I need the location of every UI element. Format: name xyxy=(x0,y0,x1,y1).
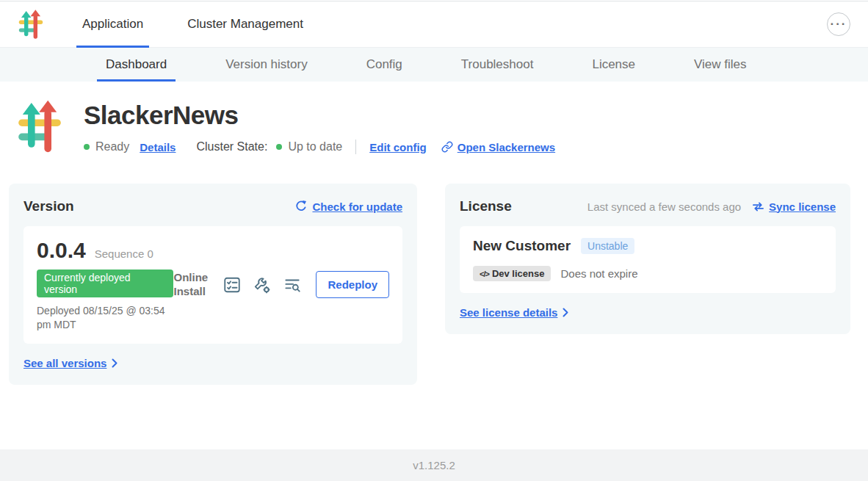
overflow-menu-button[interactable] xyxy=(827,12,850,36)
tab-cluster-management[interactable]: Cluster Management xyxy=(181,1,309,47)
license-card-title: License xyxy=(460,198,512,214)
subnav-troubleshoot[interactable]: Troubleshoot xyxy=(452,48,543,82)
app-status: Ready xyxy=(95,140,129,153)
sequence-label: Sequence 0 xyxy=(95,247,153,260)
app-status-row: Ready Details Cluster State: Up to date … xyxy=(84,140,555,154)
see-all-versions-link[interactable]: See all versions xyxy=(23,357,117,369)
refresh-icon xyxy=(294,200,308,213)
ellipsis-icon xyxy=(831,19,847,30)
channel-badge: Unstable xyxy=(581,238,634,254)
tab-application-label: Application xyxy=(82,17,143,32)
cluster-state-value: Up to date xyxy=(288,140,342,153)
version-number: 0.0.4 xyxy=(37,238,86,263)
deployed-badge: Currently deployed version xyxy=(37,270,173,297)
see-license-details-link[interactable]: See license details xyxy=(460,306,568,319)
redeploy-button[interactable]: Redeploy xyxy=(316,271,389,298)
link-icon xyxy=(441,141,453,153)
console-version: v1.125.2 xyxy=(413,459,455,471)
chevron-right-icon xyxy=(112,358,117,368)
current-version-panel: 0.0.4 Sequence 0 Currently deployed vers… xyxy=(23,226,402,344)
app-header: SlackerNews Ready Details Cluster State:… xyxy=(0,82,868,154)
subnav-version-history[interactable]: Version history xyxy=(217,48,317,82)
app-icon xyxy=(16,99,63,153)
license-details-panel: New Customer Unstable </> Dev license Do… xyxy=(460,226,836,293)
subnav-dashboard[interactable]: Dashboard xyxy=(97,48,176,82)
see-all-versions-label: See all versions xyxy=(23,357,106,369)
ready-status-dot xyxy=(84,144,90,150)
install-type-label: Online Install xyxy=(173,271,211,299)
last-synced-text: Last synced a few seconds ago xyxy=(587,200,741,213)
subnav-view-files[interactable]: View files xyxy=(685,48,756,82)
preflight-checks-icon[interactable] xyxy=(223,275,242,294)
deploy-logs-icon[interactable] xyxy=(283,275,302,294)
divider xyxy=(355,140,356,154)
details-link[interactable]: Details xyxy=(140,141,176,153)
subnav-config[interactable]: Config xyxy=(358,48,411,82)
app-footer: v1.125.2 xyxy=(0,449,868,481)
license-type-label: Dev license xyxy=(492,268,545,279)
see-license-details-label: See license details xyxy=(460,306,557,319)
sync-icon xyxy=(752,201,764,212)
sync-license-label: Sync license xyxy=(769,200,836,213)
license-type-badge: </> Dev license xyxy=(473,266,551,281)
app-logo-icon xyxy=(18,10,44,39)
check-for-update-label: Check for update xyxy=(312,200,402,213)
cluster-state-label: Cluster State: xyxy=(196,140,267,153)
license-expiry: Does not expire xyxy=(560,267,637,280)
tab-application[interactable]: Application xyxy=(76,1,149,47)
customer-name: New Customer xyxy=(473,238,571,254)
open-app-link[interactable]: Open Slackernews xyxy=(441,141,555,153)
subnav-license[interactable]: License xyxy=(583,48,644,82)
tab-cluster-management-label: Cluster Management xyxy=(187,17,303,32)
top-nav: Application Cluster Management xyxy=(0,1,868,48)
chevron-right-icon xyxy=(563,308,568,317)
sync-license-link[interactable]: Sync license xyxy=(752,200,836,213)
cluster-state-dot xyxy=(276,144,282,150)
version-card-title: Version xyxy=(23,198,74,214)
license-card: License Last synced a few seconds ago Sy… xyxy=(445,184,850,334)
check-for-update-link[interactable]: Check for update xyxy=(294,200,402,213)
edit-config-link[interactable]: Edit config xyxy=(369,141,427,153)
top-tabs: Application Cluster Management xyxy=(76,1,341,47)
dashboard-cards: Version Check for update 0.0.4 Sequence … xyxy=(0,154,868,385)
deployed-timestamp: Deployed 08/15/25 @ 03:54 pm MDT xyxy=(37,304,173,332)
app-subnav: Dashboard Version history Config Trouble… xyxy=(0,48,868,82)
code-icon: </> xyxy=(480,270,489,278)
page-title: SlackerNews xyxy=(84,101,555,130)
version-card: Version Check for update 0.0.4 Sequence … xyxy=(9,184,417,385)
open-app-label: Open Slackernews xyxy=(457,141,555,153)
edit-config-icon[interactable] xyxy=(253,275,272,294)
